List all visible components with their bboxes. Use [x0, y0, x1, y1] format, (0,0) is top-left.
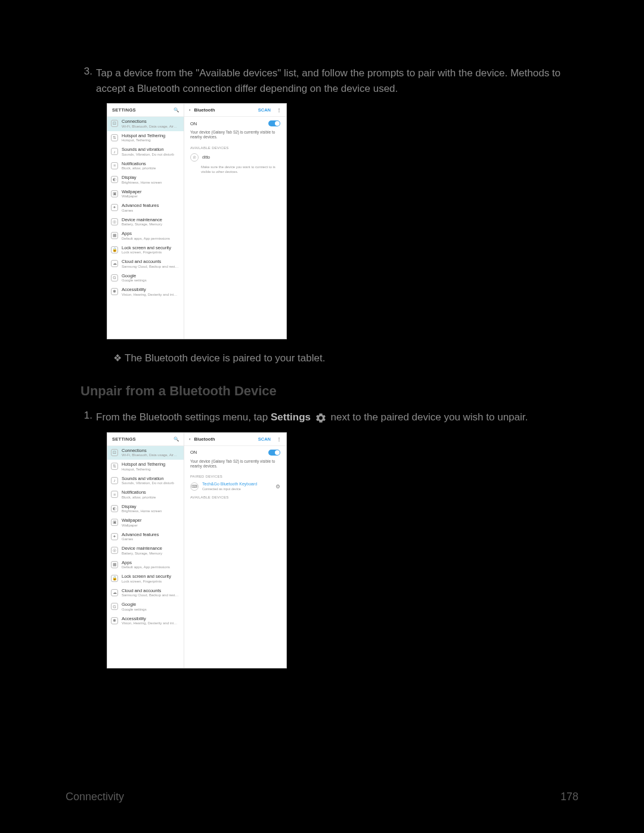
paired-device-row[interactable]: ⌨ Tech&Go Bluetooth Keyboard Connected a…: [184, 479, 286, 493]
sidebar-sub: Hotspot, Tethering: [122, 467, 165, 472]
help-text: Make sure the device you want to connect…: [184, 164, 286, 175]
page-footer: Connectivity 178: [66, 791, 578, 803]
connections-icon: ⊡: [111, 449, 118, 456]
sidebar-label: Wallpaper: [122, 190, 142, 195]
sidebar-label: Cloud and accounts: [122, 259, 179, 265]
sidebar-label: Hotspot and Tethering: [122, 462, 165, 467]
sidebar-item-lockscreen[interactable]: 🔒Lock screen and securityLock screen, Fi…: [107, 572, 184, 586]
more-icon[interactable]: ⋮: [277, 107, 281, 113]
sidebar-item-google[interactable]: GGoogleGoogle settings: [107, 271, 184, 286]
unpair-step-number: 1.: [80, 410, 96, 422]
sidebar-label: Device maintenance: [122, 546, 162, 552]
sidebar-item-advanced[interactable]: ✦Advanced featuresGames: [107, 530, 184, 544]
device-icon: ⎚: [190, 153, 199, 162]
wallpaper-icon: ▣: [111, 519, 118, 526]
sidebar-item-wallpaper[interactable]: ▣WallpaperWallpaper: [107, 187, 184, 202]
sidebar-sub: Block, allow, prioritize: [122, 496, 156, 500]
bluetooth-panel: ‹ Bluetooth SCAN ⋮ ON Your device (Galax…: [184, 104, 286, 339]
sidebar-item-connections[interactable]: ⊡ConnectionsWi-Fi, Bluetooth, Data usage…: [107, 446, 184, 460]
sidebar-item-accessibility[interactable]: ✱AccessibilityVision, Hearing, Dexterity…: [107, 285, 184, 299]
on-label: ON: [190, 121, 197, 126]
step-3-text: Tap a device from the "Available devices…: [96, 66, 564, 96]
sidebar-label: Hotspot and Tethering: [122, 134, 165, 139]
footer-section: Connectivity: [66, 791, 124, 803]
panel-title: Bluetooth: [194, 436, 255, 442]
lock-icon: 🔒: [111, 575, 118, 582]
unpair-pre: From the Bluetooth settings menu, tap: [96, 411, 271, 423]
sidebar-item-notifications[interactable]: ≡NotificationsBlock, allow, prioritize: [107, 159, 184, 174]
cloud-icon: ☁: [111, 260, 118, 267]
sidebar-label: Apps: [122, 231, 170, 237]
heading-unpair: Unpair from a Bluetooth Device: [80, 383, 564, 399]
apps-icon: ▦: [111, 232, 118, 239]
sidebar-item-sounds[interactable]: ♪Sounds and vibrationSounds, Vibration, …: [107, 474, 184, 488]
back-icon[interactable]: ‹: [189, 436, 191, 442]
sidebar-item-hotspot[interactable]: ⇅Hotspot and TetheringHotspot, Tethering: [107, 460, 184, 474]
unpair-bold: Settings: [271, 411, 311, 423]
hotspot-icon: ⇅: [111, 463, 118, 470]
available-caption: AVAILABLE DEVICES: [184, 144, 286, 151]
available-caption-2: AVAILABLE DEVICES: [184, 493, 286, 500]
search-icon[interactable]: 🔍: [174, 107, 179, 113]
sidebar-label: Sounds and vibration: [122, 476, 174, 482]
device-name: ditto: [202, 155, 280, 160]
accessibility-icon: ✱: [111, 617, 118, 624]
sidebar-item-connections[interactable]: ⊡ ConnectionsWi-Fi, Bluetooth, Data usag…: [107, 117, 184, 131]
gear-icon: [315, 412, 327, 424]
sidebar-item-display[interactable]: ◐DisplayBrightness, Home screen: [107, 173, 184, 187]
paired-caption: PAIRED DEVICES: [184, 472, 286, 479]
bluetooth-toggle[interactable]: [268, 450, 280, 456]
sidebar-item-advanced[interactable]: ✦Advanced featuresGames: [107, 201, 184, 215]
sidebar-item-display[interactable]: ◐DisplayBrightness, Home screen: [107, 502, 184, 516]
search-icon[interactable]: 🔍: [174, 436, 179, 442]
sidebar-label: Display: [122, 504, 162, 510]
visibility-note-2: Your device (Galaxy Tab S2) is currently…: [184, 458, 286, 473]
sidebar-sub: Hotspot, Tethering: [122, 138, 165, 143]
sidebar-item-maintenance[interactable]: ◎Device maintenanceBattery, Storage, Mem…: [107, 215, 184, 230]
sidebar-item-apps[interactable]: ▦AppsDefault apps, App permissions: [107, 229, 184, 243]
sounds-icon: ♪: [111, 148, 118, 155]
sidebar-label: Display: [122, 175, 162, 181]
sidebar-item-cloud[interactable]: ☁Cloud and accountsSamsung Cloud, Backup…: [107, 586, 184, 600]
sidebar-label: Google: [122, 602, 147, 608]
sidebar-sub: Games: [122, 537, 159, 541]
sidebar-sub: Google settings: [122, 278, 147, 283]
scan-button[interactable]: SCAN: [258, 436, 271, 442]
bluetooth-panel-2: ‹ Bluetooth SCAN ⋮ ON Your device (Galax…: [184, 433, 286, 668]
sidebar-label: Cloud and accounts: [122, 589, 179, 594]
sidebar-label: Device maintenance: [122, 218, 162, 223]
bluetooth-toggle[interactable]: [268, 120, 280, 126]
settings-title: SETTINGS: [112, 436, 136, 442]
bluetooth-header-2: ‹ Bluetooth SCAN ⋮: [184, 433, 286, 446]
sidebar-sub: Wallpaper: [122, 194, 142, 199]
unpair-post: next to the paired device you wish to un…: [330, 411, 528, 423]
sidebar-item-wallpaper[interactable]: ▣WallpaperWallpaper: [107, 516, 184, 530]
connections-icon: ⊡: [111, 120, 118, 127]
sidebar-sub: Wi-Fi, Bluetooth, Data usage, Airplane m…: [122, 125, 179, 129]
sidebar-item-cloud[interactable]: ☁Cloud and accountsSamsung Cloud, Backup…: [107, 257, 184, 271]
bullet-text: The Bluetooth device is paired to your t…: [125, 352, 325, 364]
sidebar-item-accessibility[interactable]: ✱AccessibilityVision, Hearing, Dexterity…: [107, 614, 184, 628]
device-gear-icon[interactable]: ⚙: [275, 484, 280, 490]
sidebar-item-apps[interactable]: ▦AppsDefault apps, App permissions: [107, 558, 184, 572]
display-icon: ◐: [111, 505, 118, 512]
sidebar-sub: Games: [122, 209, 159, 213]
scan-button[interactable]: SCAN: [258, 107, 271, 113]
sidebar-sub: Battery, Storage, Memory: [122, 222, 162, 227]
notifications-icon: ≡: [111, 491, 118, 498]
sidebar-item-google[interactable]: GGoogleGoogle settings: [107, 600, 184, 614]
back-icon[interactable]: ‹: [189, 107, 191, 113]
device-row-ditto[interactable]: ⎚ ditto: [184, 151, 286, 164]
sidebar-item-sounds[interactable]: ♪Sounds and vibrationSounds, Vibration, …: [107, 145, 184, 159]
sounds-icon: ♪: [111, 477, 118, 484]
on-label: ON: [190, 450, 197, 455]
accessibility-icon: ✱: [111, 288, 118, 295]
sidebar-item-lockscreen[interactable]: 🔒Lock screen and securityLock screen, Fi…: [107, 243, 184, 258]
more-icon[interactable]: ⋮: [277, 436, 281, 442]
sidebar-label: Accessibility: [122, 287, 179, 293]
sidebar-sub: Samsung Cloud, Backup and restore: [122, 593, 179, 597]
sidebar-item-notifications[interactable]: ≡NotificationsBlock, allow, prioritize: [107, 488, 184, 502]
settings-header-2: SETTINGS 🔍: [107, 433, 184, 446]
sidebar-item-hotspot[interactable]: ⇅Hotspot and TetheringHotspot, Tethering: [107, 131, 184, 145]
sidebar-item-maintenance[interactable]: ◎Device maintenanceBattery, Storage, Mem…: [107, 544, 184, 558]
